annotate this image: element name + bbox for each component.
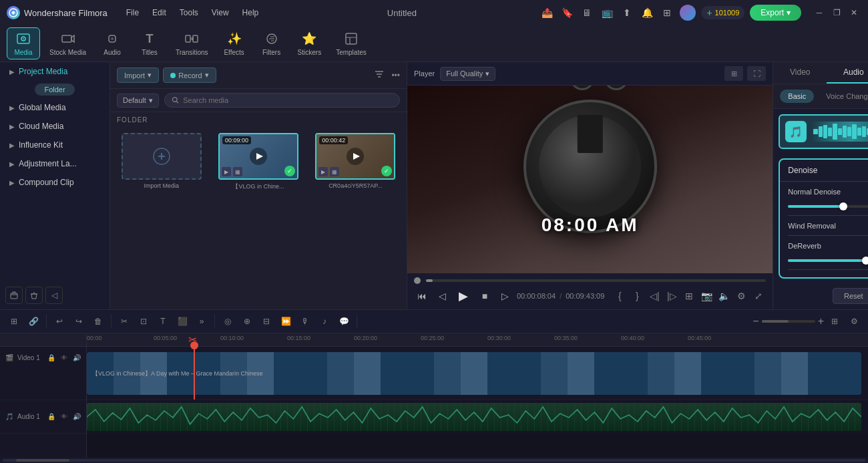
tool-transitions[interactable]: Transitions	[170, 28, 214, 59]
menu-edit[interactable]: Edit	[147, 5, 172, 20]
menu-help[interactable]: Help	[237, 5, 264, 20]
zoom-out-button[interactable]: −	[752, 315, 758, 327]
eye-audio-icon[interactable]: 👁	[59, 412, 69, 422]
redo-button[interactable]: ↪	[70, 313, 87, 330]
tool-media[interactable]: Media	[7, 27, 40, 59]
cut-button[interactable]: ✂	[116, 313, 133, 330]
snapshot-icon[interactable]: 📷	[699, 289, 714, 303]
maximize-button[interactable]: ❐	[829, 5, 844, 20]
add-to-timeline-icon[interactable]: ⊞	[682, 289, 696, 303]
frame-back-button[interactable]: ◁	[434, 288, 450, 304]
progress-dot[interactable]	[414, 277, 421, 284]
coin-badge[interactable]: + 101009	[701, 6, 744, 19]
import-thumb[interactable]	[122, 133, 202, 180]
playhead[interactable]: ✂	[194, 347, 195, 400]
scissors-icon[interactable]: ✂	[188, 333, 197, 346]
link-button[interactable]: 🔗	[25, 313, 42, 330]
delete-folder-button[interactable]	[25, 287, 43, 304]
mark-out-icon[interactable]: }	[630, 289, 644, 303]
audio-clip[interactable]	[87, 403, 861, 431]
sidebar-item-project-media[interactable]: ▶ Project Media	[3, 63, 107, 80]
audio-track[interactable]	[87, 400, 868, 434]
settings-icon[interactable]: ⚙	[734, 289, 748, 303]
grid-view-icon[interactable]: ⊞	[724, 66, 743, 81]
player-quality-select[interactable]: Full Quality ▾	[440, 67, 495, 81]
zoom-slider[interactable]	[762, 320, 815, 323]
volume-video-icon[interactable]: 🔊	[71, 352, 82, 363]
share-icon[interactable]: 📤	[539, 5, 554, 20]
eye-video-icon[interactable]: 👁	[59, 352, 69, 363]
color-button[interactable]: ⬛	[174, 313, 191, 330]
undo-button[interactable]: ↩	[51, 313, 68, 330]
tool-filters[interactable]: Filters	[255, 28, 288, 59]
collapse-button[interactable]: ◁	[45, 287, 63, 304]
scrollbar-track[interactable]	[3, 459, 865, 462]
tool-stickers[interactable]: ⭐ Stickers	[292, 28, 327, 59]
bell-icon[interactable]: 🔔	[640, 5, 654, 20]
audio-icon-player[interactable]: 🔈	[716, 289, 731, 303]
subtitle-button[interactable]: 💬	[335, 313, 353, 330]
tool-audio[interactable]: Audio	[95, 28, 129, 59]
menu-tools[interactable]: Tools	[174, 5, 204, 20]
more-tools[interactable]: »	[193, 313, 210, 330]
folder-chip[interactable]: Folder	[35, 84, 74, 96]
bookmark-icon[interactable]: 🔖	[560, 5, 574, 20]
timeline-tracks[interactable]: 00:00 00:05:00 00:10:00 00:15:00 00:20:0…	[87, 333, 868, 458]
speed-button[interactable]: ⏩	[277, 313, 294, 330]
mark-in-icon[interactable]: {	[612, 289, 627, 303]
crop-button[interactable]: ⊡	[135, 313, 152, 330]
scrollbar-thumb[interactable]	[16, 459, 69, 462]
new-folder-button[interactable]	[5, 287, 23, 304]
stop-button[interactable]: ■	[477, 288, 493, 304]
import-button[interactable]: Import ▾	[117, 67, 159, 83]
normal-denoise-slider[interactable]	[788, 205, 868, 208]
volume-audio-icon[interactable]: 🔊	[71, 412, 82, 422]
zoom-in-button[interactable]: +	[818, 315, 824, 327]
ai-tool[interactable]: ◎	[219, 313, 236, 330]
tab-video[interactable]: Video	[773, 62, 827, 84]
sidebar-item-cloud-media[interactable]: ▶ Cloud Media	[3, 118, 107, 135]
video-track[interactable]: ✂ 【VLOG in Chinese】A Day with Me – Grace…	[87, 347, 868, 400]
upload-icon[interactable]: ⬆	[620, 5, 634, 20]
lock-audio-icon[interactable]: 🔒	[46, 412, 57, 422]
reset-button[interactable]: Reset	[833, 288, 868, 304]
subtab-voice-changer[interactable]: Voice Changer	[818, 90, 868, 103]
minimize-button[interactable]: ─	[812, 5, 827, 20]
frame-forward-button[interactable]: ▷	[497, 288, 513, 304]
horizontal-scrollbar[interactable]	[0, 458, 868, 463]
resize-icon[interactable]: ⤢	[751, 289, 766, 303]
tool-templates[interactable]: Templates	[331, 28, 372, 59]
media-item-crop[interactable]: 00:00:42 ▶ ▦ ✓ CR0a4ciY5R57AP...	[310, 133, 401, 191]
effects-tl-button[interactable]: ⊕	[238, 313, 256, 330]
progress-bar[interactable]	[426, 279, 766, 282]
voice-button[interactable]: 🎙	[296, 313, 314, 330]
default-select[interactable]: Default ▾	[117, 94, 159, 108]
tool-titles[interactable]: T Titles	[133, 28, 166, 59]
settings-tl-button[interactable]: ⚙	[845, 313, 863, 330]
sidebar-item-adjustment[interactable]: ▶ Adjustment La...	[3, 155, 107, 172]
step-back-button[interactable]: ⏮	[414, 288, 430, 304]
search-box[interactable]	[164, 93, 400, 108]
tool-effects[interactable]: ✨ Effects	[218, 28, 251, 59]
fullscreen-icon[interactable]: ⛶	[747, 66, 766, 81]
close-button[interactable]: ✕	[847, 5, 861, 20]
more-options-icon[interactable]: •••	[391, 71, 400, 80]
sidebar-item-global-media[interactable]: ▶ Global Media	[3, 99, 107, 116]
grid-icon[interactable]: ⊞	[660, 5, 674, 20]
de-reverb-slider[interactable]	[788, 259, 868, 262]
prev-marker-icon[interactable]: ◁|	[647, 289, 662, 303]
search-input[interactable]	[183, 96, 393, 104]
grid-layout-button[interactable]: ⊞	[826, 313, 843, 330]
subtab-basic[interactable]: Basic	[780, 90, 814, 103]
lock-video-icon[interactable]: 🔒	[46, 352, 57, 363]
audio-tl-button[interactable]: ♪	[316, 313, 333, 330]
delete-button[interactable]: 🗑	[89, 313, 107, 330]
menu-view[interactable]: View	[206, 5, 234, 20]
sidebar-item-compound-clip[interactable]: ▶ Compound Clip	[3, 174, 107, 191]
mask-button[interactable]: ⊟	[258, 313, 275, 330]
import-media-item[interactable]: Import Media	[116, 133, 207, 191]
tool-stock[interactable]: Stock Media	[44, 28, 91, 59]
media-item-vlog[interactable]: 00:09:00 ▶ ▦ ✓ 【VLOG in Chine...	[212, 133, 304, 191]
menu-file[interactable]: File	[121, 5, 144, 20]
filter-icon[interactable]	[374, 69, 385, 82]
